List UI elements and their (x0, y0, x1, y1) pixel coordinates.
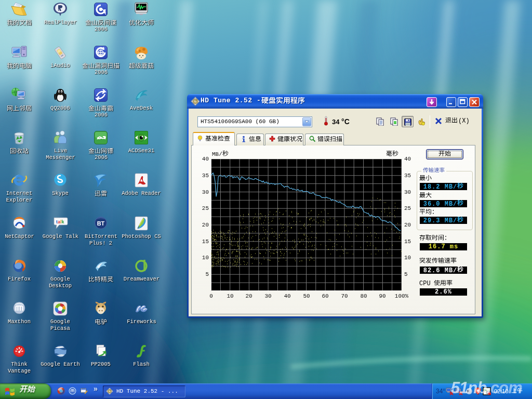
svg-text:BT: BT (97, 220, 105, 227)
svg-text:talk: talk (56, 219, 65, 224)
